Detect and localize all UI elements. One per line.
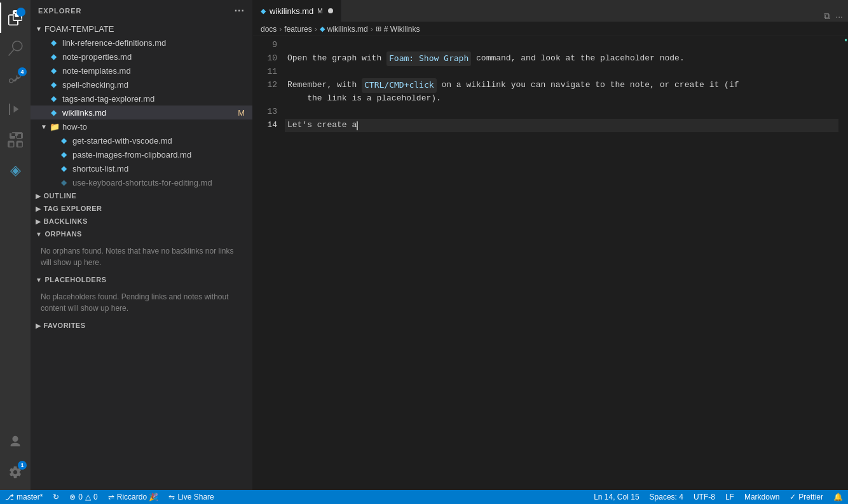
list-item[interactable]: ◆ paste-images-from-clipboard.md bbox=[31, 147, 252, 161]
spaces-status[interactable]: Spaces: 4 bbox=[645, 490, 688, 504]
line-num-10: 10 bbox=[253, 52, 277, 65]
list-item[interactable]: ◆ use-keyboard-shortcuts-for-editing.md bbox=[31, 175, 252, 189]
file-label: get-started-with-vscode.md bbox=[72, 136, 172, 146]
line-num-13: 13 bbox=[253, 106, 277, 119]
folder-chevron-icon: ▼ bbox=[36, 25, 42, 32]
line-10-text2: command, and look at the placeholder nod… bbox=[471, 52, 684, 65]
favorites-chevron-icon: ▶ bbox=[36, 322, 41, 329]
how-to-folder[interactable]: ▼ 📁 how-to bbox=[31, 119, 252, 133]
cursor-position-status[interactable]: Ln 14, Col 15 bbox=[589, 490, 644, 504]
list-item[interactable]: ◆ note-templates.md bbox=[31, 64, 252, 78]
feedback-status[interactable]: 🔔 bbox=[828, 490, 848, 504]
file-label: note-properties.md bbox=[62, 52, 132, 62]
list-item[interactable]: ◆ spell-checking.md bbox=[31, 78, 252, 92]
placeholders-content: No placeholders found. Pending links and… bbox=[31, 286, 252, 319]
settings-activity-icon[interactable]: 1 bbox=[0, 457, 31, 487]
orphans-content: No orphans found. Notes that have no bac… bbox=[31, 240, 252, 273]
account-activity-icon[interactable] bbox=[0, 426, 31, 457]
root-folder[interactable]: ▼ FOAM-TEMPLATE bbox=[31, 22, 252, 36]
editor-line-11 bbox=[285, 65, 838, 79]
tab-unsaved-dot bbox=[328, 8, 333, 13]
language-label: Markdown bbox=[744, 493, 779, 501]
outline-chevron-icon: ▶ bbox=[36, 193, 41, 200]
source-control-activity-icon[interactable]: 4 bbox=[0, 64, 31, 94]
files-activity-icon[interactable] bbox=[0, 3, 31, 33]
file-foam-icon: ◆ bbox=[48, 79, 58, 90]
list-item[interactable]: ◆ tags-and-tag-explorer.md bbox=[31, 92, 252, 106]
favorites-label: FAVORITES bbox=[44, 322, 86, 329]
file-foam-icon: ◆ bbox=[48, 37, 58, 48]
list-item[interactable]: ◆ note-properties.md bbox=[31, 50, 252, 64]
tab-filename: wikilinks.md bbox=[270, 6, 313, 16]
line-10-text: Open the graph with bbox=[287, 52, 386, 65]
line-12-code: CTRL/CMD+click bbox=[362, 78, 437, 93]
status-left: ⎇ master* ↻ ⊗ 0 △ 0 ⇌ Riccardo 🎉 ⇋ Live … bbox=[0, 490, 219, 504]
editor-line-14: Let's create a bbox=[285, 119, 838, 132]
breadcrumb-features[interactable]: features bbox=[284, 25, 311, 34]
editor-line-13 bbox=[285, 106, 838, 119]
list-item[interactable]: ◆ shortcut-list.md bbox=[31, 161, 252, 175]
sidebar-header: EXPLORER ··· bbox=[31, 0, 252, 22]
sidebar-menu-icon[interactable]: ··· bbox=[235, 5, 245, 17]
backlinks-section[interactable]: ▶ BACKLINKS bbox=[31, 215, 252, 228]
list-item[interactable]: ◆ link-reference-definitions.md bbox=[31, 36, 252, 50]
file-label-active: wikilinks.md bbox=[62, 108, 106, 118]
file-label: tags-and-tag-explorer.md bbox=[62, 94, 154, 104]
sync-status[interactable]: ↻ bbox=[48, 490, 64, 504]
line-ending-status[interactable]: LF bbox=[720, 490, 739, 504]
run-activity-icon[interactable] bbox=[0, 94, 31, 125]
spaces-label: Spaces: 4 bbox=[650, 493, 683, 501]
folder-icon-sym: 📁 bbox=[50, 122, 60, 132]
foam-activity-icon[interactable]: ◈ bbox=[0, 155, 31, 186]
outline-section[interactable]: ▶ OUTLINE bbox=[31, 189, 252, 202]
line-12-text2: on a wikilink you can navigate to the no… bbox=[437, 79, 739, 92]
more-actions-icon[interactable]: ··· bbox=[835, 11, 843, 22]
errors-status[interactable]: ⊗ 0 △ 0 bbox=[64, 490, 102, 504]
orphans-label: ORPHANS bbox=[44, 230, 82, 238]
tag-explorer-label: TAG EXPLORER bbox=[44, 205, 102, 212]
breadcrumb-sep-2: › bbox=[315, 25, 317, 34]
orphans-section[interactable]: ▼ ORPHANS bbox=[31, 228, 252, 240]
extensions-activity-icon[interactable] bbox=[0, 125, 31, 155]
error-count: 0 bbox=[78, 493, 83, 501]
breadcrumb-symbol[interactable]: ⊞ # Wikilinks bbox=[376, 25, 420, 34]
line-num-11: 11 bbox=[253, 65, 277, 79]
status-right: Ln 14, Col 15 Spaces: 4 UTF-8 LF Markdow… bbox=[589, 490, 848, 504]
file-foam-icon: ◆ bbox=[58, 177, 69, 187]
tag-explorer-section[interactable]: ▶ TAG EXPLORER bbox=[31, 202, 252, 215]
breadcrumb-sep-3: › bbox=[371, 25, 373, 34]
placeholders-section[interactable]: ▼ PLACEHOLDERS bbox=[31, 273, 252, 286]
split-editor-icon[interactable]: ⧉ bbox=[824, 11, 830, 22]
git-branch-icon: ⎇ bbox=[5, 493, 14, 501]
breadcrumb-file[interactable]: ◆ wikilinks.md bbox=[320, 25, 368, 34]
live-share-user-status[interactable]: ⇌ Riccardo 🎉 bbox=[103, 490, 164, 504]
editor-text[interactable]: Open the graph with Foam: Show Graph com… bbox=[285, 36, 838, 490]
breadcrumb-docs-label: docs bbox=[261, 25, 277, 34]
editor-content[interactable]: 9 10 11 12 · 13 14 Open the graph with F… bbox=[253, 36, 848, 490]
line-ending-label: LF bbox=[725, 493, 734, 501]
list-item-active[interactable]: ◆ wikilinks.md M bbox=[31, 106, 252, 119]
source-control-badge: 4 bbox=[18, 67, 27, 76]
search-activity-icon[interactable] bbox=[0, 33, 31, 64]
tab-modified-indicator: M bbox=[317, 8, 322, 15]
list-item[interactable]: ◆ get-started-with-vscode.md bbox=[31, 133, 252, 147]
live-share-status[interactable]: ⇋ Live Share bbox=[163, 490, 219, 504]
live-share-user-icon: ⇌ bbox=[108, 493, 114, 501]
editor-toolbar: ⧉ ··· bbox=[824, 11, 848, 22]
right-gutter bbox=[838, 36, 848, 490]
prettier-label: Prettier bbox=[798, 493, 823, 501]
line-10-code1: Foam: Show Graph bbox=[386, 51, 471, 66]
breadcrumb-docs[interactable]: docs bbox=[261, 25, 277, 34]
error-icon: ⊗ bbox=[69, 493, 76, 501]
active-tab[interactable]: ◆ wikilinks.md M bbox=[253, 0, 341, 22]
git-branch-status[interactable]: ⎇ master* bbox=[0, 490, 48, 504]
language-status[interactable]: Markdown bbox=[739, 490, 784, 504]
prettier-status[interactable]: ✓ Prettier bbox=[784, 490, 828, 504]
encoding-label: UTF-8 bbox=[694, 493, 715, 501]
favorites-section[interactable]: ▶ FAVORITES bbox=[31, 319, 252, 332]
encoding-status[interactable]: UTF-8 bbox=[688, 490, 720, 504]
status-bar: ⎇ master* ↻ ⊗ 0 △ 0 ⇌ Riccardo 🎉 ⇋ Live … bbox=[0, 490, 848, 504]
line-12-text1: Remember, with bbox=[287, 79, 362, 92]
file-foam-icon: ◆ bbox=[58, 149, 69, 160]
gutter-marker bbox=[845, 39, 847, 41]
